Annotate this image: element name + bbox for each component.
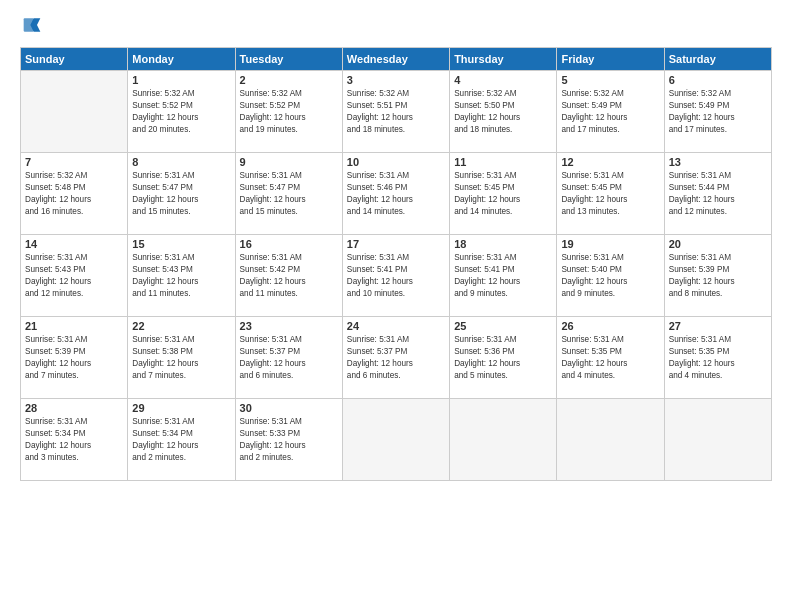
day-info: Sunrise: 5:31 AMSunset: 5:33 PMDaylight:…: [240, 416, 338, 464]
calendar-cell: 3Sunrise: 5:32 AMSunset: 5:51 PMDaylight…: [342, 71, 449, 153]
day-number: 8: [132, 156, 230, 168]
day-number: 26: [561, 320, 659, 332]
day-info: Sunrise: 5:31 AMSunset: 5:36 PMDaylight:…: [454, 334, 552, 382]
day-number: 16: [240, 238, 338, 250]
page-header: [20, 15, 772, 39]
weekday-header-monday: Monday: [128, 48, 235, 71]
svg-rect-1: [24, 18, 34, 31]
calendar-cell: 6Sunrise: 5:32 AMSunset: 5:49 PMDaylight…: [664, 71, 771, 153]
calendar-cell: 17Sunrise: 5:31 AMSunset: 5:41 PMDayligh…: [342, 235, 449, 317]
day-info: Sunrise: 5:31 AMSunset: 5:39 PMDaylight:…: [25, 334, 123, 382]
calendar-cell: 29Sunrise: 5:31 AMSunset: 5:34 PMDayligh…: [128, 399, 235, 481]
day-info: Sunrise: 5:31 AMSunset: 5:38 PMDaylight:…: [132, 334, 230, 382]
weekday-header-tuesday: Tuesday: [235, 48, 342, 71]
day-info: Sunrise: 5:31 AMSunset: 5:46 PMDaylight:…: [347, 170, 445, 218]
day-number: 11: [454, 156, 552, 168]
day-info: Sunrise: 5:31 AMSunset: 5:37 PMDaylight:…: [347, 334, 445, 382]
weekday-header-sunday: Sunday: [21, 48, 128, 71]
day-number: 19: [561, 238, 659, 250]
calendar-page: SundayMondayTuesdayWednesdayThursdayFrid…: [0, 0, 792, 612]
calendar-cell: [557, 399, 664, 481]
day-number: 17: [347, 238, 445, 250]
day-number: 22: [132, 320, 230, 332]
calendar-cell: 21Sunrise: 5:31 AMSunset: 5:39 PMDayligh…: [21, 317, 128, 399]
calendar-cell: 10Sunrise: 5:31 AMSunset: 5:46 PMDayligh…: [342, 153, 449, 235]
day-number: 2: [240, 74, 338, 86]
day-info: Sunrise: 5:31 AMSunset: 5:47 PMDaylight:…: [132, 170, 230, 218]
day-number: 28: [25, 402, 123, 414]
logo-icon: [22, 15, 42, 35]
weekday-header-saturday: Saturday: [664, 48, 771, 71]
day-number: 25: [454, 320, 552, 332]
calendar-week-3: 14Sunrise: 5:31 AMSunset: 5:43 PMDayligh…: [21, 235, 772, 317]
day-info: Sunrise: 5:31 AMSunset: 5:43 PMDaylight:…: [25, 252, 123, 300]
calendar-cell: 24Sunrise: 5:31 AMSunset: 5:37 PMDayligh…: [342, 317, 449, 399]
calendar-cell: 16Sunrise: 5:31 AMSunset: 5:42 PMDayligh…: [235, 235, 342, 317]
calendar-cell: [342, 399, 449, 481]
day-number: 12: [561, 156, 659, 168]
day-info: Sunrise: 5:31 AMSunset: 5:43 PMDaylight:…: [132, 252, 230, 300]
day-number: 4: [454, 74, 552, 86]
calendar-cell: 28Sunrise: 5:31 AMSunset: 5:34 PMDayligh…: [21, 399, 128, 481]
day-info: Sunrise: 5:31 AMSunset: 5:42 PMDaylight:…: [240, 252, 338, 300]
day-info: Sunrise: 5:32 AMSunset: 5:49 PMDaylight:…: [561, 88, 659, 136]
calendar-cell: 26Sunrise: 5:31 AMSunset: 5:35 PMDayligh…: [557, 317, 664, 399]
calendar-cell: 9Sunrise: 5:31 AMSunset: 5:47 PMDaylight…: [235, 153, 342, 235]
day-info: Sunrise: 5:31 AMSunset: 5:34 PMDaylight:…: [25, 416, 123, 464]
day-number: 15: [132, 238, 230, 250]
calendar-table: SundayMondayTuesdayWednesdayThursdayFrid…: [20, 47, 772, 481]
day-info: Sunrise: 5:32 AMSunset: 5:52 PMDaylight:…: [132, 88, 230, 136]
calendar-cell: 12Sunrise: 5:31 AMSunset: 5:45 PMDayligh…: [557, 153, 664, 235]
calendar-cell: 23Sunrise: 5:31 AMSunset: 5:37 PMDayligh…: [235, 317, 342, 399]
calendar-cell: 19Sunrise: 5:31 AMSunset: 5:40 PMDayligh…: [557, 235, 664, 317]
calendar-cell: 1Sunrise: 5:32 AMSunset: 5:52 PMDaylight…: [128, 71, 235, 153]
day-info: Sunrise: 5:32 AMSunset: 5:48 PMDaylight:…: [25, 170, 123, 218]
day-number: 3: [347, 74, 445, 86]
day-info: Sunrise: 5:31 AMSunset: 5:44 PMDaylight:…: [669, 170, 767, 218]
day-number: 24: [347, 320, 445, 332]
day-number: 5: [561, 74, 659, 86]
day-number: 18: [454, 238, 552, 250]
calendar-cell: [664, 399, 771, 481]
day-number: 29: [132, 402, 230, 414]
weekday-header-row: SundayMondayTuesdayWednesdayThursdayFrid…: [21, 48, 772, 71]
day-info: Sunrise: 5:31 AMSunset: 5:35 PMDaylight:…: [669, 334, 767, 382]
calendar-cell: 2Sunrise: 5:32 AMSunset: 5:52 PMDaylight…: [235, 71, 342, 153]
day-info: Sunrise: 5:32 AMSunset: 5:50 PMDaylight:…: [454, 88, 552, 136]
calendar-cell: 7Sunrise: 5:32 AMSunset: 5:48 PMDaylight…: [21, 153, 128, 235]
calendar-cell: 25Sunrise: 5:31 AMSunset: 5:36 PMDayligh…: [450, 317, 557, 399]
calendar-cell: 14Sunrise: 5:31 AMSunset: 5:43 PMDayligh…: [21, 235, 128, 317]
day-info: Sunrise: 5:31 AMSunset: 5:45 PMDaylight:…: [561, 170, 659, 218]
calendar-week-4: 21Sunrise: 5:31 AMSunset: 5:39 PMDayligh…: [21, 317, 772, 399]
day-number: 7: [25, 156, 123, 168]
calendar-cell: 27Sunrise: 5:31 AMSunset: 5:35 PMDayligh…: [664, 317, 771, 399]
calendar-cell: 20Sunrise: 5:31 AMSunset: 5:39 PMDayligh…: [664, 235, 771, 317]
day-number: 30: [240, 402, 338, 414]
weekday-header-friday: Friday: [557, 48, 664, 71]
day-info: Sunrise: 5:32 AMSunset: 5:49 PMDaylight:…: [669, 88, 767, 136]
day-info: Sunrise: 5:31 AMSunset: 5:40 PMDaylight:…: [561, 252, 659, 300]
calendar-cell: [450, 399, 557, 481]
calendar-cell: 30Sunrise: 5:31 AMSunset: 5:33 PMDayligh…: [235, 399, 342, 481]
day-number: 23: [240, 320, 338, 332]
day-info: Sunrise: 5:31 AMSunset: 5:41 PMDaylight:…: [454, 252, 552, 300]
weekday-header-wednesday: Wednesday: [342, 48, 449, 71]
day-number: 21: [25, 320, 123, 332]
day-info: Sunrise: 5:31 AMSunset: 5:41 PMDaylight:…: [347, 252, 445, 300]
day-info: Sunrise: 5:31 AMSunset: 5:37 PMDaylight:…: [240, 334, 338, 382]
day-number: 9: [240, 156, 338, 168]
weekday-header-thursday: Thursday: [450, 48, 557, 71]
calendar-week-5: 28Sunrise: 5:31 AMSunset: 5:34 PMDayligh…: [21, 399, 772, 481]
day-number: 27: [669, 320, 767, 332]
day-info: Sunrise: 5:31 AMSunset: 5:47 PMDaylight:…: [240, 170, 338, 218]
calendar-cell: 4Sunrise: 5:32 AMSunset: 5:50 PMDaylight…: [450, 71, 557, 153]
day-number: 6: [669, 74, 767, 86]
day-number: 20: [669, 238, 767, 250]
day-info: Sunrise: 5:31 AMSunset: 5:35 PMDaylight:…: [561, 334, 659, 382]
calendar-cell: 8Sunrise: 5:31 AMSunset: 5:47 PMDaylight…: [128, 153, 235, 235]
calendar-cell: 11Sunrise: 5:31 AMSunset: 5:45 PMDayligh…: [450, 153, 557, 235]
day-number: 1: [132, 74, 230, 86]
day-number: 14: [25, 238, 123, 250]
calendar-cell: 18Sunrise: 5:31 AMSunset: 5:41 PMDayligh…: [450, 235, 557, 317]
calendar-cell: 13Sunrise: 5:31 AMSunset: 5:44 PMDayligh…: [664, 153, 771, 235]
